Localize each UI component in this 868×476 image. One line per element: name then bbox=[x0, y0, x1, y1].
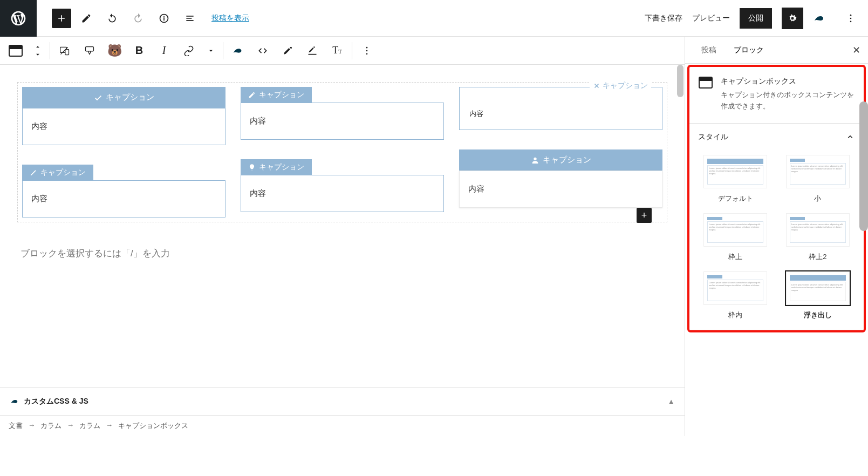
style-section-toggle[interactable]: スタイル bbox=[689, 124, 864, 151]
custom-css-js-toggle[interactable]: カスタムCSS & JS ▲ bbox=[0, 388, 685, 415]
add-block-button[interactable] bbox=[52, 9, 71, 28]
caption-box-icon bbox=[9, 45, 23, 57]
style-label: 枠内 bbox=[728, 310, 742, 320]
caption-box[interactable]: キャプション 内容 bbox=[241, 87, 444, 140]
style-option-top[interactable]: 枠上 bbox=[696, 209, 775, 264]
caption-content[interactable]: 内容 bbox=[22, 108, 225, 145]
redo-button[interactable] bbox=[127, 8, 149, 29]
style-option-default[interactable]: デフォルト bbox=[696, 151, 775, 206]
check-icon bbox=[94, 93, 102, 102]
breadcrumb-item[interactable]: 文書 bbox=[9, 421, 23, 431]
wordpress-logo[interactable] bbox=[0, 0, 37, 37]
font-size-button[interactable]: TT bbox=[325, 38, 350, 63]
italic-button[interactable]: I bbox=[152, 38, 176, 63]
caption-header[interactable]: キャプション bbox=[459, 149, 662, 171]
bear-plugin-button[interactable]: 🐻 bbox=[102, 38, 127, 63]
caption-box[interactable]: キャプション 内容 bbox=[459, 149, 662, 208]
italic-icon: I bbox=[162, 44, 166, 57]
color-picker-button[interactable] bbox=[77, 38, 102, 63]
highlighted-panel: キャプションボックス キャプション付きのボックスコンテンツを作成できます。 スタ… bbox=[687, 65, 866, 332]
caption-header[interactable]: キャプション bbox=[241, 159, 312, 175]
tab-block[interactable]: ブロック bbox=[725, 38, 773, 63]
caption-header[interactable]: キャプション bbox=[22, 165, 93, 181]
text-color-button[interactable] bbox=[300, 38, 325, 63]
block-type-button[interactable] bbox=[3, 38, 28, 63]
sidebar-tabs: 投稿 ブロック ✕ bbox=[685, 37, 868, 64]
undo-button[interactable] bbox=[101, 8, 123, 29]
block-inserter-prompt[interactable]: ブロックを選択するには「/」を入力 bbox=[17, 244, 667, 263]
caption-content[interactable]: 内容 bbox=[241, 175, 444, 212]
breadcrumb-item[interactable]: キャプションボックス bbox=[118, 421, 188, 431]
caption-header[interactable]: キャプション bbox=[590, 81, 651, 91]
caption-label: キャプション bbox=[259, 90, 304, 100]
sidebar-scrollbar[interactable] bbox=[859, 101, 868, 231]
wordpress-icon bbox=[10, 10, 27, 27]
svg-point-12 bbox=[366, 50, 368, 51]
panel-title: カスタムCSS & JS bbox=[24, 397, 88, 406]
devices-icon bbox=[59, 45, 70, 56]
settings-button[interactable] bbox=[782, 8, 803, 29]
svg-point-3 bbox=[850, 21, 852, 22]
tab-post[interactable]: 投稿 bbox=[693, 38, 725, 63]
caption-label: キャプション bbox=[543, 155, 591, 165]
editor-canvas[interactable]: キャプション 内容 キャプション 内容 bbox=[0, 65, 685, 387]
caption-content[interactable]: 内容 bbox=[22, 180, 225, 217]
preview-button[interactable]: プレビュー bbox=[692, 13, 730, 23]
bold-icon: B bbox=[135, 44, 143, 57]
block-more-button[interactable] bbox=[354, 38, 379, 63]
block-move-buttons[interactable] bbox=[28, 43, 47, 58]
add-column-button[interactable]: + bbox=[637, 208, 652, 223]
style-option-float[interactable]: 浮き出し bbox=[778, 267, 858, 322]
edit-mode-button[interactable] bbox=[76, 8, 97, 29]
block-breadcrumb: 文書→ カラム→ カラム→ キャプションボックス bbox=[0, 415, 685, 436]
chevron-down-icon bbox=[207, 47, 215, 55]
close-sidebar-button[interactable]: ✕ bbox=[852, 44, 860, 56]
highlight-button[interactable] bbox=[275, 38, 300, 63]
style-option-top2[interactable]: 枠上2 bbox=[778, 209, 858, 264]
columns-block[interactable]: キャプション 内容 キャプション 内容 bbox=[17, 82, 667, 222]
caption-label: キャプション bbox=[603, 81, 648, 91]
caption-header[interactable]: キャプション bbox=[241, 87, 312, 103]
caption-box[interactable]: キャプション 内容 bbox=[459, 87, 662, 130]
style-preview bbox=[786, 271, 850, 305]
caption-header[interactable]: キャプション bbox=[22, 87, 225, 108]
caption-content[interactable]: 内容 bbox=[241, 103, 444, 140]
caption-box[interactable]: キャプション 内容 bbox=[241, 159, 444, 212]
more-menu-button[interactable] bbox=[840, 8, 862, 29]
outline-icon bbox=[184, 13, 195, 24]
style-option-small[interactable]: 小 bbox=[778, 151, 858, 206]
format-dropdown[interactable] bbox=[201, 38, 221, 63]
svg-rect-5 bbox=[9, 45, 22, 49]
svg-point-1 bbox=[850, 14, 852, 16]
style-preview bbox=[786, 155, 850, 188]
caption-label: キャプション bbox=[106, 92, 154, 103]
bold-button[interactable]: B bbox=[127, 38, 152, 63]
svg-rect-16 bbox=[699, 77, 712, 81]
brush-icon bbox=[84, 45, 95, 56]
link-button[interactable] bbox=[176, 38, 201, 63]
save-draft-button[interactable]: 下書き保存 bbox=[645, 13, 682, 23]
code-button[interactable] bbox=[250, 38, 275, 63]
text-size-icon: TT bbox=[332, 45, 342, 56]
edit-icon bbox=[248, 91, 256, 99]
view-post-link[interactable]: 投稿を表示 bbox=[211, 13, 249, 23]
caption-content[interactable]: 内容 bbox=[459, 171, 662, 208]
list-view-button[interactable] bbox=[179, 8, 201, 29]
breadcrumb-item[interactable]: カラム bbox=[40, 421, 61, 431]
style-preview bbox=[703, 155, 767, 188]
breadcrumb-item[interactable]: カラム bbox=[79, 421, 100, 431]
caption-box[interactable]: キャプション 内容 bbox=[22, 165, 225, 217]
device-toggle[interactable] bbox=[52, 38, 77, 63]
style-option-inner[interactable]: 枠内 bbox=[696, 267, 775, 322]
link-icon bbox=[183, 45, 194, 56]
top-toolbar: 投稿を表示 下書き保存 プレビュー 公開 bbox=[0, 0, 868, 37]
svg-point-2 bbox=[850, 17, 852, 19]
info-button[interactable] bbox=[153, 8, 175, 29]
swell-icon[interactable] bbox=[813, 12, 826, 25]
publish-button[interactable]: 公開 bbox=[740, 8, 772, 29]
scrollbar-thumb[interactable] bbox=[677, 65, 684, 97]
swell-format-button[interactable] bbox=[225, 38, 250, 63]
custom-css-js-panel: カスタムCSS & JS ▲ bbox=[0, 387, 685, 415]
caption-box[interactable]: キャプション 内容 bbox=[22, 87, 225, 145]
caption-content[interactable]: 内容 bbox=[469, 98, 652, 119]
